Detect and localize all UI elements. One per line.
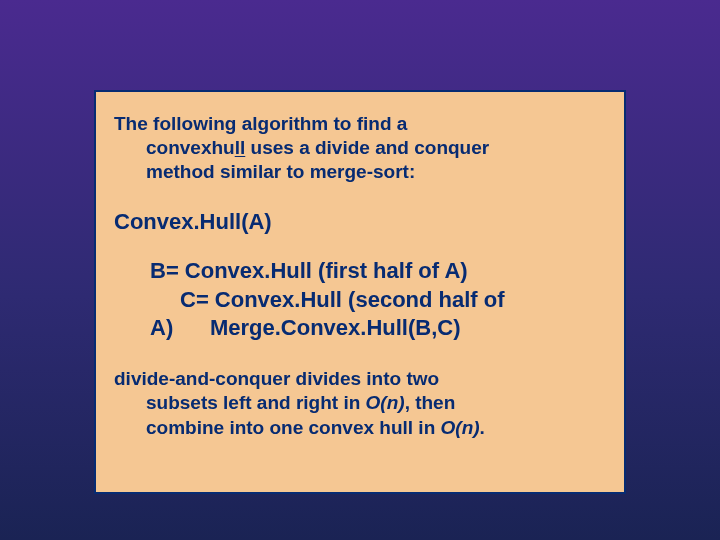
outro-bigO-1: O(n) bbox=[366, 392, 405, 413]
outro-line-3: combine into one convex hull in O(n). bbox=[114, 416, 606, 440]
code-line-3: A) Merge.Convex.Hull(B,C) bbox=[150, 314, 606, 343]
slide-card: The following algorithm to find a convex… bbox=[94, 90, 626, 494]
function-title: Convex.Hull(A) bbox=[114, 209, 606, 235]
outro-l3c: . bbox=[480, 417, 485, 438]
outro-l2c: , then bbox=[405, 392, 456, 413]
outro-l3a: combine into one convex hull in bbox=[146, 417, 441, 438]
outro-l2a: subsets left and right in bbox=[146, 392, 366, 413]
intro-word-convexhu: convexhu bbox=[146, 137, 235, 158]
outro-line-1: divide-and-conquer divides into two bbox=[114, 367, 606, 391]
outro-bigO-2: O(n) bbox=[441, 417, 480, 438]
intro-line-2-tail: uses a divide and conquer bbox=[245, 137, 489, 158]
intro-word-ll-underlined: ll bbox=[235, 137, 246, 158]
code-line-3b: Merge.Convex.Hull(B,C) bbox=[210, 315, 461, 340]
outro-line-2: subsets left and right in O(n), then bbox=[114, 391, 606, 415]
intro-paragraph: The following algorithm to find a convex… bbox=[114, 112, 606, 183]
intro-line-2: convexhull uses a divide and conquer bbox=[114, 137, 489, 158]
outro-paragraph: divide-and-conquer divides into two subs… bbox=[114, 367, 606, 440]
intro-line-3: method similar to merge-sort: bbox=[114, 161, 415, 182]
code-line-1: B= Convex.Hull (first half of A) bbox=[150, 257, 606, 286]
pseudocode-block: B= Convex.Hull (first half of A) C= Conv… bbox=[114, 257, 606, 343]
code-line-2: C= Convex.Hull (second half of bbox=[150, 286, 606, 315]
intro-line-1: The following algorithm to find a bbox=[114, 113, 407, 134]
code-line-3a: A) bbox=[150, 315, 173, 340]
